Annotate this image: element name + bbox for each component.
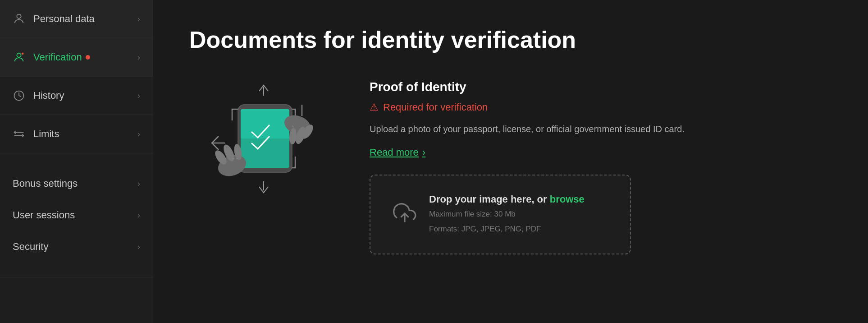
drop-main-text: Drop your image here, or browse [429,194,585,205]
sidebar-item-limits[interactable]: Limits › [0,115,153,153]
content-panel: Proof of Identity ⚠ Required for verific… [370,75,832,254]
chevron-right-icon-sessions: › [137,211,140,220]
chevron-right-icon-limits: › [137,129,140,139]
svg-point-2 [22,53,24,55]
content-row: Proof of Identity ⚠ Required for verific… [189,75,832,254]
illustration [189,75,343,211]
sidebar-item-verification-label: Verification [33,51,82,63]
history-icon [13,89,25,102]
drop-zone[interactable]: Drop your image here, or browse Maximum … [370,175,631,254]
sidebar-item-limits-label: Limits [33,128,59,140]
warning-icon: ⚠ [370,102,379,113]
sidebar-item-bonus-settings-label: Bonus settings [13,178,78,189]
verification-label-wrapper: Verification [33,51,90,63]
svg-rect-12 [241,109,289,138]
sidebar-item-verification[interactable]: Verification › [0,38,153,77]
sidebar-item-user-sessions-label: User sessions [13,209,75,221]
sidebar: Personal data › Verification › [0,0,153,323]
chevron-right-icon-verification: › [137,53,140,62]
sidebar-item-personal-data[interactable]: Personal data › [0,0,153,38]
read-more-link[interactable]: Read more › [370,147,425,158]
limits-icon [13,128,25,140]
proof-of-identity-title: Proof of Identity [370,80,832,94]
chevron-right-icon: › [137,14,140,24]
person-icon [13,13,25,25]
main-content: Documents for identity verification [153,0,868,323]
chevron-right-icon-bonus: › [137,179,140,189]
phone-scan-illustration [198,80,333,206]
upload-icon [393,202,416,227]
drop-formats: Formats: JPG, JPEG, PNG, PDF [429,223,585,235]
sidebar-section: Bonus settings › User sessions › Securit… [0,153,153,277]
sidebar-item-security[interactable]: Security › [13,231,140,263]
sidebar-item-security-label: Security [13,241,48,253]
sidebar-item-history[interactable]: History › [0,77,153,115]
proof-description: Upload a photo of your passport, license… [370,122,832,136]
sidebar-item-history-label: History [33,90,64,102]
page-title: Documents for identity verification [189,27,832,53]
chevron-right-icon-security: › [137,242,140,252]
required-badge: ⚠ Required for verification [370,102,832,113]
read-more-label: Read more [370,147,419,158]
required-text: Required for verification [383,102,488,113]
drop-main-label: Drop your image here, or [429,194,550,205]
svg-point-1 [17,53,21,57]
verification-icon [13,51,25,64]
svg-point-0 [17,14,21,18]
sidebar-item-user-sessions[interactable]: User sessions › [13,199,140,231]
chevron-right-icon-history: › [137,91,140,101]
drop-max-size: Maximum file size: 30 Mb [429,208,585,220]
browse-link[interactable]: browse [550,194,585,205]
sidebar-item-bonus-settings[interactable]: Bonus settings › [13,168,140,199]
read-more-chevron: › [422,147,425,158]
sidebar-item-personal-data-label: Personal data [33,13,95,25]
verification-badge [86,55,90,60]
drop-zone-text: Drop your image here, or browse Maximum … [429,194,585,235]
